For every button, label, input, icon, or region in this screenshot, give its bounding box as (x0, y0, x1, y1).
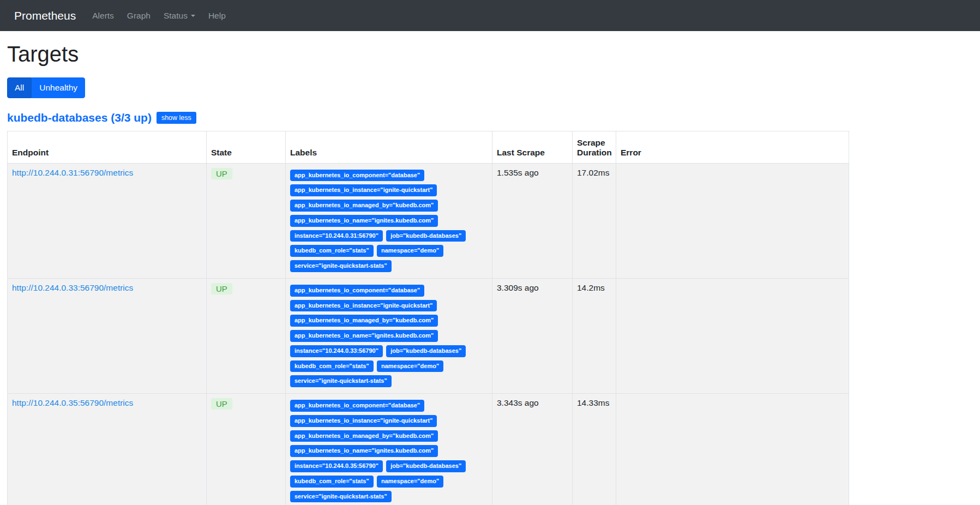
endpoint-link[interactable]: http://10.244.0.35:56790/metrics (12, 398, 133, 407)
state-cell: UP (207, 163, 286, 278)
navbar: Prometheus Alerts Graph Status Help (0, 0, 980, 31)
job-section-header: kubedb-databases (3/3 up) show less (7, 111, 973, 124)
state-badge: UP (211, 283, 232, 294)
label-badge: app_kubernetes_io_managed_by="kubedb.com… (290, 200, 438, 212)
header-endpoint: Endpoint (8, 131, 207, 163)
endpoint-cell: http://10.244.0.31:56790/metrics (8, 163, 207, 278)
label-badge: service="ignite-quickstart-stats" (290, 375, 392, 387)
label-badge: app_kubernetes_io_component="database" (290, 400, 424, 412)
label-badge: namespace="demo" (377, 476, 443, 488)
label-badge: kubedb_com_role="stats" (290, 476, 374, 488)
label-badge: service="ignite-quickstart-stats" (290, 491, 392, 503)
targets-table-body: http://10.244.0.31:56790/metrics UP app_… (8, 163, 849, 505)
header-state: State (207, 131, 286, 163)
nav-item-help[interactable]: Help (208, 11, 226, 21)
state-cell: UP (207, 278, 286, 393)
nav-item-status[interactable]: Status (164, 11, 195, 21)
label-badge: service="ignite-quickstart-stats" (290, 260, 392, 272)
label-badge: app_kubernetes_io_component="database" (290, 170, 424, 182)
label-badge: app_kubernetes_io_instance="ignite-quick… (290, 415, 437, 427)
scrape-duration-cell: 14.33ms (573, 394, 616, 505)
label-badge: app_kubernetes_io_name="ignites.kubedb.c… (290, 330, 438, 342)
scrape-duration-cell: 17.02ms (573, 163, 616, 278)
label-badge: app_kubernetes_io_managed_by="kubedb.com… (290, 430, 438, 442)
endpoint-link[interactable]: http://10.244.0.31:56790/metrics (12, 168, 133, 177)
error-cell (616, 278, 849, 393)
table-row: http://10.244.0.35:56790/metrics UP app_… (8, 394, 849, 505)
labels-cell: app_kubernetes_io_component="database" a… (286, 163, 492, 278)
show-less-button[interactable]: show less (157, 112, 196, 124)
state-cell: UP (207, 394, 286, 505)
chevron-down-icon (191, 15, 195, 17)
header-error: Error (616, 131, 849, 163)
filter-all-button[interactable]: All (7, 77, 32, 98)
state-badge: UP (211, 168, 232, 179)
label-badge: app_kubernetes_io_name="ignites.kubedb.c… (290, 445, 438, 457)
nav-item-graph[interactable]: Graph (127, 11, 151, 21)
targets-table: Endpoint State Labels Last Scrape Scrape… (7, 131, 849, 505)
header-last-scrape: Last Scrape (492, 131, 573, 163)
job-title: kubedb-databases (3/3 up) (7, 111, 152, 124)
last-scrape-cell: 3.343s ago (492, 394, 573, 505)
label-badge: app_kubernetes_io_instance="ignite-quick… (290, 184, 437, 196)
state-badge: UP (211, 398, 232, 410)
brand-link[interactable]: Prometheus (14, 9, 76, 22)
labels-cell: app_kubernetes_io_component="database" a… (286, 278, 492, 393)
label-badge: instance="10.244.0.35:56790" (290, 460, 383, 472)
targets-table-head: Endpoint State Labels Last Scrape Scrape… (8, 131, 849, 163)
labels-cell: app_kubernetes_io_component="database" a… (286, 394, 492, 505)
nav-item-status-label: Status (164, 11, 188, 21)
error-cell (616, 394, 849, 505)
label-badge: app_kubernetes_io_managed_by="kubedb.com… (290, 315, 438, 327)
filter-unhealthy-button[interactable]: Unhealthy (32, 77, 85, 98)
last-scrape-cell: 1.535s ago (492, 163, 573, 278)
table-row: http://10.244.0.33:56790/metrics UP app_… (8, 278, 849, 393)
target-filter-group: All Unhealthy (7, 77, 85, 98)
scrape-duration-cell: 14.2ms (573, 278, 616, 393)
label-badge: app_kubernetes_io_component="database" (290, 285, 424, 297)
label-badge: job="kubedb-databases" (386, 230, 466, 242)
main-content: Targets All Unhealthy kubedb-databases (… (0, 42, 980, 505)
endpoint-link[interactable]: http://10.244.0.33:56790/metrics (12, 283, 133, 292)
last-scrape-cell: 3.309s ago (492, 278, 573, 393)
page-title: Targets (7, 42, 973, 67)
header-scrape-duration: Scrape Duration (573, 131, 616, 163)
endpoint-cell: http://10.244.0.33:56790/metrics (8, 278, 207, 393)
label-badge: namespace="demo" (377, 245, 443, 257)
table-row: http://10.244.0.31:56790/metrics UP app_… (8, 163, 849, 278)
label-badge: kubedb_com_role="stats" (290, 360, 374, 372)
label-badge: namespace="demo" (377, 360, 443, 372)
header-row: Endpoint State Labels Last Scrape Scrape… (8, 131, 849, 163)
label-badge: kubedb_com_role="stats" (290, 245, 374, 257)
endpoint-cell: http://10.244.0.35:56790/metrics (8, 394, 207, 505)
label-badge: app_kubernetes_io_name="ignites.kubedb.c… (290, 215, 438, 227)
label-badge: job="kubedb-databases" (386, 460, 466, 472)
label-badge: instance="10.244.0.33:56790" (290, 345, 383, 357)
nav-item-alerts[interactable]: Alerts (92, 11, 114, 21)
error-cell (616, 163, 849, 278)
label-badge: job="kubedb-databases" (386, 345, 466, 357)
label-badge: app_kubernetes_io_instance="ignite-quick… (290, 300, 437, 312)
label-badge: instance="10.244.0.31:56790" (290, 230, 383, 242)
header-labels: Labels (286, 131, 492, 163)
